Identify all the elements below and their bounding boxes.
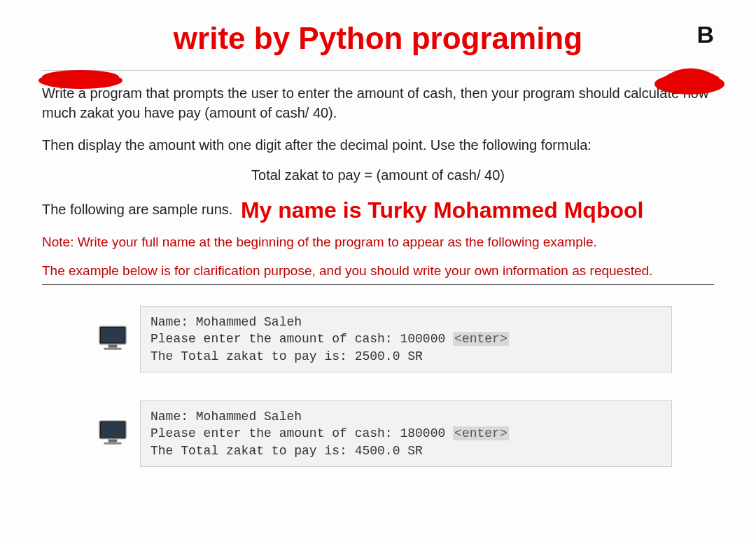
svg-rect-6 xyxy=(104,347,121,349)
code-line: Please enter the amount of cash: 180000 … xyxy=(150,425,662,442)
svg-point-1 xyxy=(42,70,119,84)
main-title: write by Python programing xyxy=(70,21,686,56)
monitor-icon xyxy=(98,419,127,449)
note-line-1: Note: Write your full name at the beginn… xyxy=(42,233,714,252)
paragraph-2: Then display the amount with one digit a… xyxy=(42,135,714,155)
header: write by Python programing B xyxy=(42,21,714,71)
note-line-2: The example below is for clarification p… xyxy=(42,262,714,281)
enter-key-hint: <enter> xyxy=(453,332,509,346)
svg-rect-10 xyxy=(104,442,121,444)
sample-intro: The following are sample runs. xyxy=(42,202,232,217)
code-output-1: Name: Mohammed Saleh Please enter the am… xyxy=(140,306,672,372)
monitor-icon xyxy=(98,325,127,354)
code-line: The Total zakat to pay is: 4500.0 SR xyxy=(150,442,662,459)
document-page: write by Python programing B Write a pro… xyxy=(0,0,756,523)
formula-text: Total zakat to pay = (amount of cash/ 40… xyxy=(42,167,714,183)
svg-rect-8 xyxy=(101,422,125,437)
divider xyxy=(42,284,714,285)
red-scribble-right-icon xyxy=(651,49,735,108)
svg-rect-9 xyxy=(108,439,118,442)
code-output-2: Name: Mohammed Saleh Please enter the am… xyxy=(140,400,672,467)
svg-rect-5 xyxy=(108,344,118,347)
paragraph-1: Write a program that prompts the user to… xyxy=(42,83,714,123)
corner-label: B xyxy=(696,21,714,48)
code-line: The Total zakat to pay is: 2500.0 SR xyxy=(150,348,662,365)
code-line: Name: Mohammed Saleh xyxy=(150,314,662,330)
svg-rect-4 xyxy=(101,328,125,342)
enter-key-hint: <enter> xyxy=(453,426,509,440)
code-line: Please enter the amount of cash: 100000 … xyxy=(150,330,662,347)
red-scribble-left-icon xyxy=(35,63,140,101)
sample-run-2: Name: Mohammed Saleh Please enter the am… xyxy=(98,400,714,467)
student-name: My name is Turky Mohammed Mqbool xyxy=(241,197,643,223)
code-line: Name: Mohammed Saleh xyxy=(150,408,662,425)
sample-run-1: Name: Mohammed Saleh Please enter the am… xyxy=(98,306,714,372)
sample-runs-line: The following are sample runs. My name i… xyxy=(42,197,714,223)
